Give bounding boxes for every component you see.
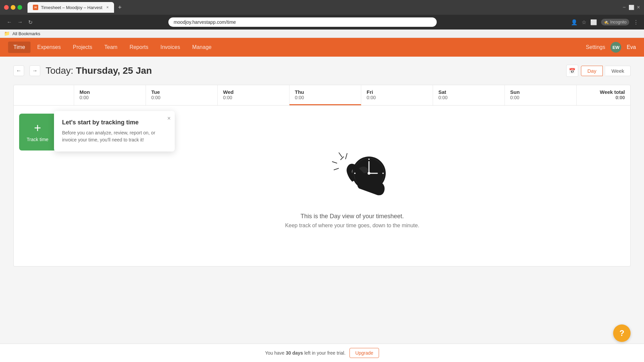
- incognito-label: Incognito: [610, 20, 627, 24]
- nav-right: Settings EW Eva: [586, 42, 636, 53]
- user-name[interactable]: Eva: [627, 44, 636, 50]
- toolbar-right: 👤 ☆ ⬜ 🕵 Incognito ⋮: [571, 19, 639, 25]
- hand-clock-group: [346, 157, 386, 195]
- bookmarks-label[interactable]: All Bookmarks: [12, 31, 40, 36]
- week-col-sat: Sat 0:00: [433, 85, 505, 105]
- app: Time Expenses Projects Team Reports Invo…: [0, 38, 644, 356]
- profile-icon[interactable]: 👤: [571, 19, 578, 25]
- clock-marker-12: [368, 159, 370, 160]
- week-col-thu: Thu 0:00: [289, 85, 361, 105]
- tooltip-close-button[interactable]: ×: [167, 115, 171, 122]
- new-tab-button[interactable]: +: [115, 4, 124, 11]
- track-time-button[interactable]: + Track time: [19, 114, 56, 150]
- sparkles: [332, 153, 347, 170]
- clock-illustration: [319, 143, 386, 205]
- browser-tab-active[interactable]: H Timesheet – Moodjoy – Harvest ×: [28, 2, 114, 13]
- svg-line-3: [345, 153, 347, 159]
- date-title: Today: Thursday, 25 Jan: [46, 65, 152, 76]
- next-date-button[interactable]: →: [30, 65, 40, 76]
- svg-line-4: [339, 153, 342, 157]
- svg-line-2: [334, 168, 339, 170]
- settings-link[interactable]: Settings: [586, 44, 605, 50]
- maximize-button[interactable]: ⬜: [629, 5, 634, 10]
- clock-marker-9: [354, 173, 356, 174]
- help-button[interactable]: ?: [613, 324, 631, 342]
- nav-manage[interactable]: Manage: [187, 42, 217, 53]
- nav-time[interactable]: Time: [8, 42, 31, 53]
- extension-icon[interactable]: ⬜: [590, 19, 597, 25]
- bottom-bar: You have 30 days left in your free trial…: [0, 344, 644, 362]
- empty-state-main: This is the Day view of your timesheet.: [285, 213, 419, 220]
- clock-center: [368, 172, 370, 175]
- day-view-button[interactable]: Day: [581, 66, 603, 76]
- clock-svg: [319, 143, 386, 203]
- incognito-icon: 🕵: [604, 20, 609, 24]
- week-view-button[interactable]: Week: [605, 66, 631, 76]
- current-date: Thursday, 25 Jan: [76, 65, 152, 76]
- address-bar-container: moodjoy.harvestapp.com/time: [37, 17, 568, 27]
- address-bar[interactable]: moodjoy.harvestapp.com/time: [168, 17, 437, 27]
- address-text: moodjoy.harvestapp.com/time: [174, 19, 236, 25]
- trial-text: You have 30 days left in your free trial…: [265, 350, 345, 356]
- view-controls: 📅 Day Week: [566, 65, 631, 77]
- incognito-badge: 🕵 Incognito: [601, 19, 629, 25]
- week-header: Mon 0:00 Tue 0:00 Wed 0:00 Thu 0:00 Fri …: [13, 85, 631, 106]
- trial-text-before: You have: [265, 350, 286, 356]
- main-content: ← → Today: Thursday, 25 Jan 📅 Day Week M…: [0, 57, 644, 275]
- calendar-button[interactable]: 📅: [566, 65, 578, 77]
- browser-titlebar: H Timesheet – Moodjoy – Harvest × + − ⬜ …: [0, 0, 644, 15]
- nav-expenses[interactable]: Expenses: [32, 42, 66, 53]
- week-col-fri: Fri 0:00: [361, 85, 433, 105]
- back-button[interactable]: ←: [5, 18, 13, 26]
- tab-bar: H Timesheet – Moodjoy – Harvest × +: [28, 2, 620, 13]
- date-nav: ← → Today: Thursday, 25 Jan 📅 Day Week: [13, 65, 631, 77]
- tooltip-text: Before you can analyze, review, report o…: [62, 129, 167, 143]
- window-close-button[interactable]: [4, 5, 9, 10]
- close-window-button[interactable]: ×: [637, 4, 640, 10]
- upgrade-button[interactable]: Upgrade: [350, 348, 379, 358]
- track-time-plus-icon: +: [34, 122, 41, 134]
- nav-team[interactable]: Team: [99, 42, 123, 53]
- week-col-wed: Wed 0:00: [218, 85, 289, 105]
- trial-days: 30 days: [286, 350, 303, 356]
- tab-close-button[interactable]: ×: [106, 5, 109, 10]
- week-col-empty: [14, 85, 74, 105]
- nav-reports[interactable]: Reports: [124, 42, 154, 53]
- clock-marker-3: [382, 173, 384, 174]
- prev-date-button[interactable]: ←: [13, 65, 24, 76]
- bookmarks-bar: 📁 All Bookmarks: [0, 29, 644, 38]
- window-minimize-button[interactable]: [11, 5, 15, 10]
- bookmark-icon[interactable]: ☆: [582, 19, 586, 25]
- tab-favicon: H: [33, 5, 38, 10]
- refresh-button[interactable]: ↻: [27, 18, 34, 27]
- track-time-label: Track time: [27, 137, 49, 142]
- today-label: Today:: [46, 65, 73, 76]
- tooltip-title: Let's start by tracking time: [62, 119, 167, 126]
- week-col-sun: Sun 0:00: [505, 85, 577, 105]
- week-col-mon: Mon 0:00: [74, 85, 146, 105]
- user-avatar[interactable]: EW: [610, 42, 621, 53]
- nav-projects[interactable]: Projects: [67, 42, 98, 53]
- nav-invoices[interactable]: Invoices: [155, 42, 185, 53]
- top-nav: Time Expenses Projects Team Reports Invo…: [0, 38, 644, 57]
- tab-title: Timesheet – Moodjoy – Harvest: [41, 5, 102, 10]
- nav-items: Time Expenses Projects Team Reports Invo…: [8, 42, 586, 53]
- minimize-button[interactable]: −: [623, 4, 626, 10]
- window-controls-right: − ⬜ ×: [623, 4, 640, 10]
- window-controls: [4, 5, 22, 10]
- window-maximize-button[interactable]: [17, 5, 22, 10]
- empty-state-sub: Keep track of where your time goes, down…: [285, 223, 419, 229]
- week-col-tue: Tue 0:00: [146, 85, 218, 105]
- trial-text-after: left in your free trial.: [303, 350, 345, 356]
- week-col-total: Week total 0:00: [577, 85, 630, 105]
- browser-toolbar: ← → ↻ moodjoy.harvestapp.com/time 👤 ☆ ⬜ …: [0, 15, 644, 29]
- browser-chrome: H Timesheet – Moodjoy – Harvest × + − ⬜ …: [0, 0, 644, 38]
- more-menu-icon[interactable]: ⋮: [633, 19, 639, 25]
- tooltip-popup: × Let's start by tracking time Before yo…: [54, 111, 175, 152]
- bookmarks-folder-icon: 📁: [4, 31, 10, 36]
- empty-state-text: This is the Day view of your timesheet. …: [285, 213, 419, 229]
- content-area: + Track time × Let's start by tracking t…: [13, 106, 631, 266]
- forward-button[interactable]: →: [16, 18, 24, 26]
- svg-line-1: [332, 162, 337, 163]
